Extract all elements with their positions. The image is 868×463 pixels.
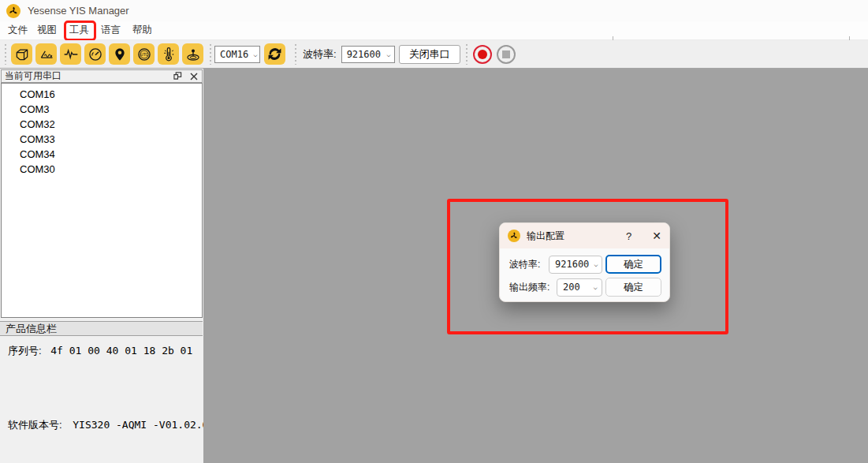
dialog-title: 输出配置 <box>527 230 564 243</box>
output-rate-row: 输出频率: 200 ⌵ 确定 <box>500 278 669 297</box>
serial-number-label: 序列号: <box>8 345 42 357</box>
title-bar: Yesense YIS Manager <box>0 0 868 21</box>
product-info-header: 产品信息栏 <box>0 321 203 336</box>
toolbar-drag-handle[interactable] <box>4 44 6 65</box>
app-window: Yesense YIS Manager 文件 视图 工具 语言 帮助 <box>0 0 868 463</box>
baud-confirm-button[interactable]: 确定 <box>605 255 661 274</box>
port-list-item[interactable]: COM32 <box>2 117 202 132</box>
port-list-item[interactable]: COM33 <box>2 132 202 147</box>
location-pin-icon[interactable] <box>109 43 130 65</box>
menu-language[interactable]: 语言 <box>101 24 121 37</box>
close-port-button[interactable]: 关闭串口 <box>399 45 460 64</box>
pressure-icon[interactable] <box>182 43 203 65</box>
chevron-down-icon: ⌵ <box>248 50 257 58</box>
firmware-version-label: 软件版本号: <box>8 419 62 431</box>
port-list-item[interactable]: COM3 <box>2 102 202 117</box>
baud-rate-row: 波特率: 921600 ⌵ 确定 <box>500 255 669 274</box>
serial-panel-header: 当前可用串口 <box>1 69 203 83</box>
dialog-baud-label: 波特率: <box>509 258 540 271</box>
refresh-ports-icon[interactable] <box>264 43 285 65</box>
port-list-item[interactable]: COM34 <box>2 147 202 162</box>
angle-wave-icon[interactable] <box>35 43 57 65</box>
dialog-help-button[interactable]: ? <box>626 230 631 242</box>
float-panel-icon[interactable] <box>172 71 183 82</box>
dialog-title-bar[interactable]: 输出配置 ? ✕ <box>500 223 669 248</box>
stop-icon[interactable] <box>497 45 516 64</box>
menu-help[interactable]: 帮助 <box>132 24 152 37</box>
port-select[interactable]: COM16 ⌵ <box>214 46 260 63</box>
dialog-output-rate-label: 输出频率: <box>509 281 549 294</box>
toolbar-drag-handle[interactable] <box>209 44 211 65</box>
chevron-down-icon: ⌵ <box>589 283 598 291</box>
baud-rate-label: 波特率: <box>303 47 337 62</box>
cube-3d-icon[interactable] <box>11 43 32 65</box>
chevron-down-icon: ⌵ <box>382 50 390 58</box>
port-list-item[interactable]: COM16 <box>2 87 202 102</box>
dialog-close-icon[interactable]: ✕ <box>652 230 661 241</box>
serial-number-row: 序列号: 4f 01 00 40 01 18 2b 01 <box>8 344 192 358</box>
dialog-output-rate-select[interactable]: 200 ⌵ <box>557 278 602 297</box>
firmware-version-row: 软件版本号: YIS320 -AQMI -V01.02.03; <box>8 418 221 432</box>
port-list-item[interactable]: COM30 <box>2 162 202 177</box>
output-rate-confirm-button[interactable]: 确定 <box>605 278 661 297</box>
output-config-dialog: 输出配置 ? ✕ 波特率: 921600 ⌵ 确定 输出频率: 200 ⌵ 确定 <box>499 222 670 302</box>
waveform-icon[interactable] <box>60 43 81 65</box>
close-panel-icon[interactable] <box>188 71 199 82</box>
serial-panel-title: 当前可用串口 <box>5 69 61 83</box>
left-dock-column: 当前可用串口 COM16 COM3 COM32 COM33 COM34 COM3… <box>0 69 203 463</box>
product-info-title: 产品信息栏 <box>6 322 57 336</box>
dialog-baud-select[interactable]: 921600 ⌵ <box>549 256 602 274</box>
firmware-version-value: YIS320 -AQMI -V01.02.03; <box>73 419 221 431</box>
utc-clock-icon[interactable]: UTC <box>133 43 155 65</box>
toolbar-drag-handle[interactable] <box>294 44 296 65</box>
yesense-logo-icon <box>508 230 520 242</box>
menu-file[interactable]: 文件 <box>8 24 28 37</box>
serial-number-value: 4f 01 00 40 01 18 2b 01 <box>50 345 192 357</box>
toolbar: UTC COM16 ⌵ <box>0 40 868 69</box>
toolbar-drag-handle[interactable] <box>466 44 468 65</box>
thermometer-icon[interactable] <box>158 43 179 65</box>
yesense-logo-icon <box>6 4 20 18</box>
svg-text:UTC: UTC <box>140 52 148 57</box>
available-ports-list: COM16 COM3 COM32 COM33 COM34 COM30 <box>1 83 203 318</box>
menu-tools[interactable]: 工具 <box>69 24 89 37</box>
chevron-down-icon: ⌵ <box>589 260 598 268</box>
window-title: Yesense YIS Manager <box>28 5 129 17</box>
baud-select[interactable]: 921600 ⌵ <box>341 46 395 63</box>
menu-view[interactable]: 视图 <box>37 24 57 37</box>
menu-bar: 文件 视图 工具 语言 帮助 <box>0 21 868 40</box>
gauge-icon[interactable] <box>84 43 106 65</box>
record-icon[interactable] <box>473 45 492 64</box>
